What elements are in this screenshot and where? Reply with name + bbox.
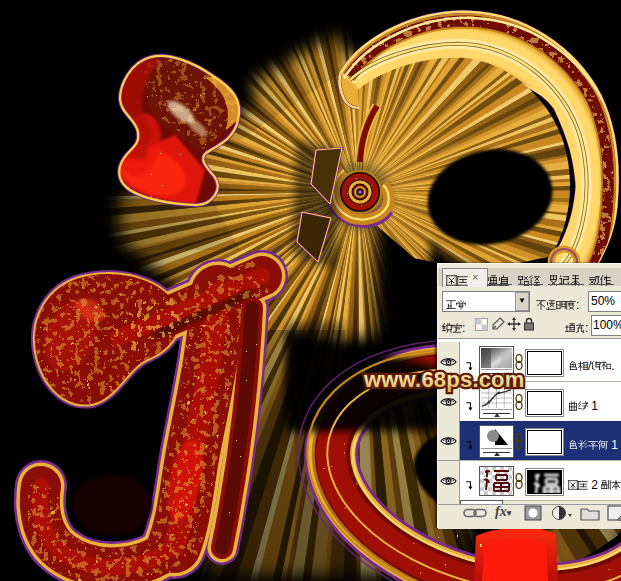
svg-text:www.68ps.com: www.68ps.com bbox=[363, 367, 525, 392]
